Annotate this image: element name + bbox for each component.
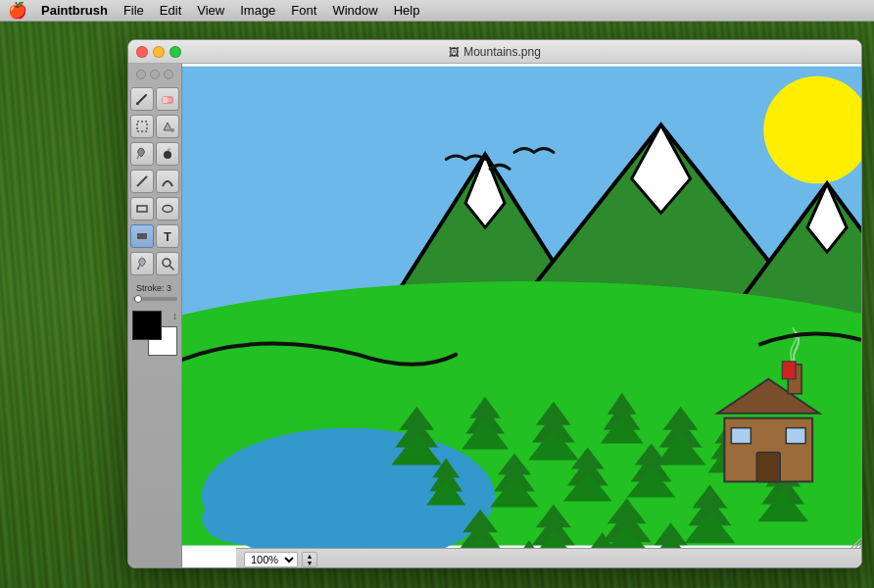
svg-rect-13 (137, 233, 147, 239)
tb-btn-1 (136, 70, 146, 79)
canvas-scene (182, 64, 861, 548)
rect-filled-icon (135, 229, 149, 243)
svg-point-9 (170, 148, 171, 150)
magnify-icon (161, 257, 174, 270)
svg-point-5 (170, 128, 174, 132)
tool-row-1 (130, 87, 179, 111)
zoom-select[interactable]: 100% 50% 200% (244, 552, 298, 567)
swap-colors-button[interactable]: ↕ (172, 311, 177, 321)
apple-menu[interactable]: 🍎 (8, 0, 27, 22)
toolbar: T S (128, 64, 182, 568)
zoom-stepper[interactable]: ▲ ▼ (302, 552, 317, 567)
eyedropper-small-tool[interactable] (130, 142, 154, 166)
rect-outline-icon (135, 202, 149, 216)
ellipse-outline-tool[interactable] (156, 197, 179, 220)
zoom-up[interactable]: ▲ (303, 553, 316, 560)
svg-line-10 (137, 176, 147, 186)
window-title-area: 🖼 Mountains.png (449, 45, 541, 59)
stroke-label: Stroke: 3 (132, 283, 177, 293)
resize-handle-icon (848, 534, 861, 548)
svg-point-15 (137, 268, 139, 270)
maximize-button[interactable] (170, 46, 181, 58)
tool-row-6: T (130, 224, 179, 248)
paint-bucket-icon (161, 120, 174, 133)
select-rect-icon (135, 120, 149, 133)
window-title-icon: 🖼 (449, 46, 460, 58)
svg-point-1 (136, 102, 139, 105)
menubar-app-name[interactable]: Paintbrush (33, 1, 116, 20)
apple-icon: 🍎 (8, 1, 27, 20)
bomb-icon (161, 147, 174, 161)
line-tool[interactable] (130, 170, 154, 193)
svg-rect-103 (756, 453, 780, 482)
eraser-tool[interactable] (156, 87, 179, 111)
canvas-area[interactable]: 100% 50% 200% ▲ ▼ (182, 64, 861, 568)
menubar-window[interactable]: Window (324, 1, 385, 20)
magnify-tool[interactable] (156, 252, 179, 275)
eyedropper-tool[interactable] (130, 252, 154, 275)
text-tool[interactable]: T (156, 224, 179, 248)
app-window: 🖼 Mountains.png (127, 39, 862, 568)
line-icon (135, 174, 149, 188)
menubar-font[interactable]: Font (283, 1, 324, 20)
rect-filled-tool[interactable] (130, 224, 154, 248)
eraser-icon (161, 92, 174, 106)
zoom-down[interactable]: ▼ (303, 560, 316, 566)
bottom-bar: 100% 50% 200% ▲ ▼ (236, 548, 861, 568)
svg-rect-105 (786, 428, 805, 444)
foreground-color-swatch[interactable] (132, 311, 162, 340)
window-title: Mountains.png (463, 45, 541, 59)
brush-tool[interactable] (130, 87, 154, 111)
close-button[interactable] (136, 46, 148, 58)
menubar: 🍎 Paintbrush File Edit View Image Font W… (0, 0, 874, 22)
color-area: ↕ (132, 311, 177, 356)
curve-icon (161, 174, 174, 188)
tool-window-btns (136, 70, 173, 79)
menubar-help[interactable]: Help (386, 1, 428, 20)
svg-point-12 (163, 206, 172, 213)
tool-row-3 (130, 142, 179, 166)
tool-row-2 (130, 115, 179, 138)
tool-row-4 (130, 170, 179, 193)
eyedropper-icon (135, 257, 149, 270)
select-rect-tool[interactable] (130, 115, 154, 138)
svg-rect-3 (163, 97, 168, 103)
text-tool-label: T (164, 229, 171, 244)
tb-btn-2 (150, 70, 160, 79)
svg-point-7 (164, 151, 171, 159)
svg-line-8 (168, 149, 170, 151)
stroke-slider-thumb (134, 295, 142, 303)
stroke-slider[interactable] (132, 297, 177, 301)
tool-row-7 (130, 252, 179, 275)
titlebar: 🖼 Mountains.png (128, 40, 861, 64)
window-body: T S (128, 64, 861, 568)
curve-tool[interactable] (156, 170, 179, 193)
menubar-view[interactable]: View (189, 1, 232, 20)
menubar-edit[interactable]: Edit (152, 1, 189, 20)
window-controls (136, 46, 181, 58)
minimize-button[interactable] (153, 46, 165, 58)
tool-row-5 (130, 197, 179, 220)
painting (182, 64, 861, 548)
svg-rect-104 (731, 428, 751, 444)
menubar-image[interactable]: Image (232, 1, 283, 20)
tb-btn-3 (164, 70, 173, 79)
svg-rect-107 (782, 362, 796, 379)
resize-handle[interactable] (848, 534, 861, 548)
svg-line-17 (170, 266, 173, 270)
svg-rect-4 (137, 122, 147, 131)
svg-line-110 (859, 546, 861, 548)
rect-outline-tool[interactable] (130, 197, 154, 220)
eyedropper-small-icon (135, 147, 149, 161)
paint-bucket-tool[interactable] (156, 115, 179, 138)
svg-line-6 (137, 155, 139, 159)
brush-icon (135, 92, 149, 106)
menubar-file[interactable]: File (116, 1, 152, 20)
svg-rect-11 (137, 206, 147, 212)
bomb-tool[interactable] (156, 142, 179, 166)
ellipse-outline-icon (161, 202, 174, 216)
